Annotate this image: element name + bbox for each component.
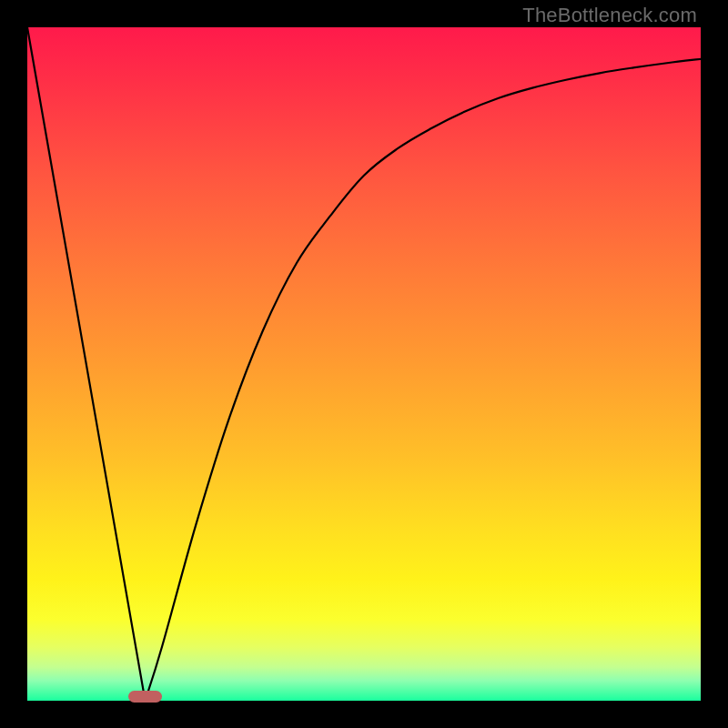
plot-area: [27, 27, 701, 701]
bottleneck-marker: [128, 691, 162, 703]
chart-frame: TheBottleneck.com: [0, 0, 728, 728]
watermark-text: TheBottleneck.com: [522, 4, 697, 27]
bottleneck-curve: [27, 27, 701, 701]
